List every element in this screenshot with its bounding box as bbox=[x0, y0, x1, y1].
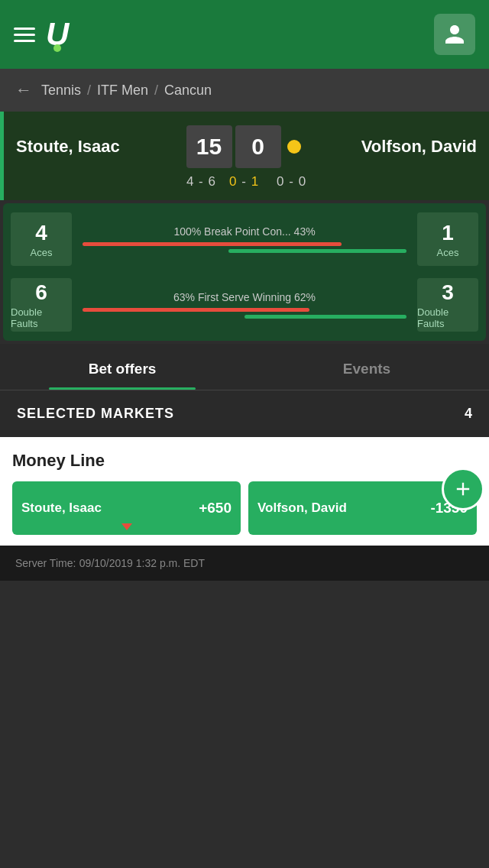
logo: U bbox=[46, 18, 69, 50]
stat-desc-1: 100% Break Point Con... 43% bbox=[173, 225, 315, 238]
stat-value-box-left-2: 6 Double Faults bbox=[11, 278, 72, 332]
stat-aces-right: 1 bbox=[442, 221, 454, 245]
breadcrumb-cancun[interactable]: Cancun bbox=[164, 83, 212, 99]
breadcrumb-sep-1: / bbox=[87, 83, 91, 99]
stat-row-doublefaults: 6 Double Faults 63% First Serve Winning … bbox=[11, 278, 478, 332]
bar-green-2 bbox=[244, 315, 406, 319]
header-left: U bbox=[14, 18, 69, 50]
game-sep: - bbox=[241, 174, 251, 189]
stats-section: 4 Aces 100% Break Point Con... 43% 1 Ace… bbox=[3, 203, 486, 341]
game-score-p2: 1 bbox=[251, 174, 259, 189]
stat-value-box-right-2: 3 Double Faults bbox=[417, 278, 478, 332]
money-line-title: Money Line bbox=[12, 451, 477, 471]
set-scores: 4 - 6 0 - 1 0 - 0 bbox=[16, 174, 477, 189]
breadcrumb-itf[interactable]: ITF Men bbox=[97, 83, 148, 99]
player2-name: Volfson, David bbox=[307, 137, 478, 157]
bar-red-1 bbox=[83, 242, 342, 246]
bet-player2-name: Volfson, David bbox=[257, 500, 347, 516]
stat-row-aces: 4 Aces 100% Break Point Con... 43% 1 Ace… bbox=[11, 212, 478, 266]
user-profile-button[interactable] bbox=[434, 14, 475, 55]
stat-value-box-left-1: 4 Aces bbox=[11, 212, 72, 266]
bar-green-1 bbox=[228, 249, 406, 253]
app-header: U bbox=[0, 0, 489, 69]
stat-aces-right-label: Aces bbox=[437, 247, 459, 258]
stat-bars-1 bbox=[83, 242, 406, 253]
markets-title: SELECTED MARKETS bbox=[17, 406, 174, 422]
user-icon bbox=[443, 23, 466, 46]
markets-header: SELECTED MARKETS 4 bbox=[0, 390, 489, 437]
score-boxes: 15 0 bbox=[186, 125, 281, 168]
stat-value-box-right-1: 1 Aces bbox=[417, 212, 478, 266]
bet1-indicator bbox=[121, 523, 132, 530]
player1-name: Stoute, Isaac bbox=[16, 137, 186, 157]
back-button[interactable]: ← bbox=[15, 80, 32, 100]
point-score: 0 - 0 bbox=[277, 174, 306, 189]
stat-aces-left-label: Aces bbox=[31, 247, 53, 258]
stat-middle-1: 100% Break Point Con... 43% bbox=[72, 225, 417, 253]
stat-bars-2 bbox=[83, 308, 406, 319]
bet-btn-player1[interactable]: Stoute, Isaac +650 bbox=[12, 481, 241, 535]
server-time-label: Server Time: bbox=[15, 557, 76, 569]
tab-events[interactable]: Events bbox=[244, 344, 489, 390]
bet-player1-name: Stoute, Isaac bbox=[21, 500, 102, 516]
app-footer: Server Time: 09/10/2019 1:32 p.m. EDT bbox=[0, 546, 489, 581]
stat-df-left: 6 bbox=[35, 280, 47, 305]
float-action-icon[interactable] bbox=[442, 468, 484, 510]
stat-desc-2: 63% First Serve Winning 62% bbox=[173, 291, 316, 303]
set-score-text: 4 - 6 bbox=[186, 174, 216, 189]
money-line-section: Money Line Stoute, Isaac +650 Volfson, D… bbox=[0, 437, 489, 546]
bet-player1-odds: +650 bbox=[199, 500, 232, 517]
stat-aces-left: 4 bbox=[35, 221, 47, 245]
bet-buttons: Stoute, Isaac +650 Volfson, David -1350 bbox=[12, 481, 477, 535]
breadcrumb: ← Tennis / ITF Men / Cancun bbox=[0, 69, 489, 112]
score-player1: 15 bbox=[186, 125, 232, 168]
score-player2: 0 bbox=[235, 125, 281, 168]
stat-df-right-label: Double Faults bbox=[417, 306, 478, 329]
bet-btn-player2[interactable]: Volfson, David -1350 bbox=[248, 481, 477, 535]
logo-dot bbox=[53, 44, 61, 52]
game-score-p1: 0 bbox=[229, 174, 237, 189]
markets-count: 4 bbox=[465, 406, 472, 422]
tab-bet-offers[interactable]: Bet offers bbox=[0, 344, 244, 390]
arrow-down-icon bbox=[121, 523, 132, 530]
tabs-section: Bet offers Events bbox=[0, 344, 489, 390]
stat-df-left-label: Double Faults bbox=[11, 306, 72, 329]
stat-df-right: 3 bbox=[442, 280, 454, 305]
score-row: Stoute, Isaac 15 0 Volfson, David bbox=[16, 125, 477, 168]
breadcrumb-sep-2: / bbox=[154, 83, 158, 99]
menu-button[interactable] bbox=[14, 28, 35, 42]
score-section: Stoute, Isaac 15 0 Volfson, David 4 - 6 … bbox=[0, 112, 489, 200]
stat-middle-2: 63% First Serve Winning 62% bbox=[72, 291, 417, 319]
plus-icon bbox=[452, 478, 474, 500]
server-time-value: 09/10/2019 1:32 p.m. EDT bbox=[79, 557, 205, 569]
breadcrumb-tennis[interactable]: Tennis bbox=[41, 83, 81, 99]
serve-indicator bbox=[287, 140, 301, 154]
bar-red-2 bbox=[83, 308, 309, 312]
